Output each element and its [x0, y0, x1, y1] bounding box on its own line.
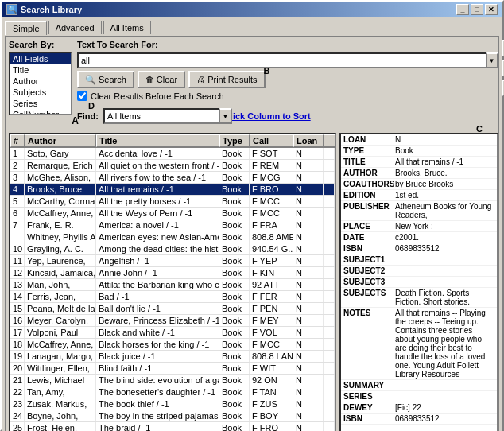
table-cell: N	[293, 303, 324, 314]
table-cell: Yep, Laurence,	[25, 255, 96, 266]
tab-advanced[interactable]: Advanced	[48, 21, 102, 34]
detail-row: SUBJECTSDeath Fiction. Sports Fiction. S…	[341, 288, 497, 308]
detail-row: TITLEAll that remains / -1	[341, 157, 497, 168]
table-cell: America: a novel / -1	[96, 219, 219, 231]
table-row[interactable]: 13Man, John,Attila: the Barbarian king w…	[10, 279, 335, 291]
table-row[interactable]: 21Lewis, MichaelThe blind side: evolutio…	[10, 375, 335, 386]
col-num[interactable]: #	[10, 134, 25, 147]
table-row[interactable]: 14Ferris, Jean,Bad / -1BookF FERN	[10, 291, 335, 303]
table-row[interactable]: 20Wittlinger, Ellen,Blind faith / -1Book…	[10, 363, 335, 375]
listbox-item-series[interactable]: Series	[10, 98, 71, 109]
table-cell: Whitney, Phyllis A.,	[25, 231, 96, 243]
table-row[interactable]: Whitney, Phyllis A.,American eyes: new A…	[10, 231, 335, 243]
print-icon: 🖨	[196, 75, 205, 84]
table-cell	[324, 327, 335, 338]
detail-row: SUBJECT3	[341, 277, 497, 288]
find-input[interactable]	[103, 108, 219, 124]
title-bar-left: 🔍 Search Library	[6, 4, 82, 15]
find-dropdown-arrow[interactable]: ▼	[219, 108, 232, 124]
search-text-input[interactable]	[77, 52, 486, 68]
table-cell	[324, 386, 335, 398]
table-cell: Man, John,	[25, 279, 96, 290]
table-row[interactable]: 18McCaffrey, Anne,Black horses for the k…	[10, 339, 335, 351]
table-cell: F TAN	[250, 386, 293, 398]
search-button[interactable]: 🔍 Search	[77, 71, 134, 88]
listbox-item-author[interactable]: Author	[10, 76, 71, 87]
table-cell: All that remains / -1	[96, 184, 219, 195]
close-button[interactable]: ✕	[485, 4, 498, 15]
clear-results-label: Clear Results Before Each Search	[91, 91, 224, 101]
table-cell: Boyne, John,	[25, 410, 96, 421]
table-row[interactable]: 12Kincaid, Jamaica,Annie John / -1BookF …	[10, 267, 335, 279]
table-cell: 21	[10, 375, 25, 386]
find-row: Find: ▼ Click Column to Sort C	[77, 108, 498, 124]
detail-key: AUTHOR	[343, 169, 395, 177]
table-row[interactable]: 1Soto, GaryAccidental love / -1BookF SOT…	[10, 148, 335, 160]
table-cell: F FER	[250, 291, 293, 302]
listbox-item-title[interactable]: Title	[10, 64, 71, 76]
search-text-dropdown-arrow[interactable]: ▼	[486, 52, 498, 68]
table-row[interactable]: 17Volponi, PaulBlack and white / -1BookF…	[10, 327, 335, 339]
table-row[interactable]: 3McGhee, Alison,All rivers flow to the s…	[10, 172, 335, 184]
table-cell: Lewis, Michael	[25, 375, 96, 386]
table-cell: Zusak, Markus,	[25, 398, 96, 410]
table-cell: Black horses for the king / -1	[96, 339, 219, 350]
maximize-button[interactable]: □	[471, 4, 483, 15]
table-row[interactable]: 4Brooks, Bruce,All that remains / -1Book…	[10, 184, 335, 196]
table-cell: N	[293, 398, 324, 410]
table-row[interactable]: 5McCarthy, Cormac,All the pretty horses …	[10, 196, 335, 208]
table-row[interactable]: 15Peana, Melt de la,Ball don't lie / -1B…	[10, 303, 335, 315]
table-cell: Among the dead cities: the history...	[96, 243, 219, 254]
table-row[interactable]: 24Boyne, John,The boy in the striped paj…	[10, 410, 335, 422]
table-cell: N	[293, 422, 324, 431]
tab-simple[interactable]: Simple	[5, 21, 47, 35]
detail-row: ISBN0689833512	[341, 414, 497, 425]
table-cell: 24	[10, 410, 25, 421]
table-row[interactable]: 7Frank, E. R.America: a novel / -1BookF …	[10, 219, 335, 231]
detail-row: PLACENew York :	[341, 221, 497, 232]
table-cell: Book	[219, 231, 250, 243]
table-row[interactable]: 11Yep, Laurence,Angelfish / -1BookF YEPN	[10, 255, 335, 267]
table-cell: Book	[219, 386, 250, 398]
table-cell: McCarthy, Cormac,	[25, 196, 96, 207]
print-results-button[interactable]: 🖨 Print Results B	[188, 71, 265, 88]
table-row[interactable]: 10Grayling, A. C.Among the dead cities: …	[10, 243, 335, 255]
col-call[interactable]: Call	[250, 134, 293, 147]
table-cell	[324, 267, 335, 278]
col-type[interactable]: Type	[219, 134, 250, 147]
listbox-item-subjects[interactable]: Subjects	[10, 87, 71, 98]
table-row[interactable]: 23Zusak, Markus,The book thief / -1BookF…	[10, 398, 335, 410]
detail-row: TYPEBook	[341, 146, 497, 157]
table-row[interactable]: 2Remarque, Erich MariaAll quiet on the w…	[10, 160, 335, 172]
table-cell: N	[293, 327, 324, 338]
table-body: 1Soto, GaryAccidental love / -1BookF SOT…	[10, 148, 335, 431]
table-cell	[324, 422, 335, 431]
search-by-listbox[interactable]: All Fields Title Author Subjects Series …	[9, 52, 72, 115]
listbox-item-callnumber[interactable]: CallNumber	[10, 109, 71, 115]
find-label: Find:	[77, 111, 99, 121]
table-cell: All quiet on the western front / -1	[96, 160, 219, 171]
listbox-item-allfields[interactable]: All Fields	[10, 53, 71, 64]
table-row[interactable]: 6McCaffrey, Anne,All the Weys of Pern / …	[10, 208, 335, 219]
col-author[interactable]: Author	[25, 134, 96, 147]
table-row[interactable]: 19Lanagan, Margo,Black juice / -1Book808…	[10, 351, 335, 363]
clear-button[interactable]: 🗑 Clear	[138, 71, 185, 88]
table-cell: Soto, Gary	[25, 148, 96, 159]
table-cell: All the pretty horses / -1	[96, 196, 219, 207]
table-row[interactable]: 22Tan, Amy,The bonesetter's daughter / -…	[10, 386, 335, 398]
table-cell: 14	[10, 291, 25, 302]
minimize-button[interactable]: _	[456, 4, 469, 15]
clear-results-checkbox[interactable]	[77, 91, 87, 101]
col-title[interactable]: Title	[96, 134, 219, 147]
table-cell: N	[293, 208, 324, 219]
table-row[interactable]: 25Frost, Helen,The braid / -1BookF FRON	[10, 422, 335, 431]
find-combo: ▼	[103, 108, 215, 124]
tab-all-items[interactable]: All Items	[103, 21, 151, 34]
col-loan[interactable]: Loan	[293, 134, 324, 147]
table-cell: Book	[219, 255, 250, 266]
table-row[interactable]: 16Meyer, Carolyn,Beware, Princess Elizab…	[10, 315, 335, 327]
detail-row: PUBLISHERAtheneum Books for Young Reader…	[341, 201, 497, 221]
detail-key: NOTES	[343, 309, 395, 379]
table-cell: 16	[10, 315, 25, 326]
table-cell: The boy in the striped pajamas: a...	[96, 410, 219, 421]
